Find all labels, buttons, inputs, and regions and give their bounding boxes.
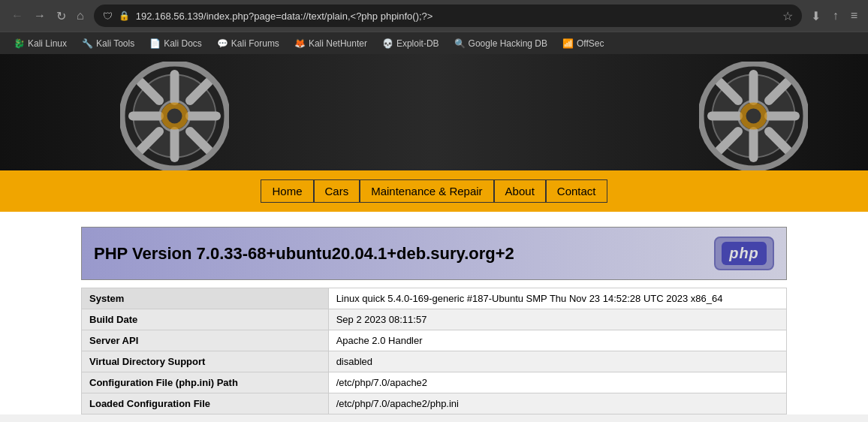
bookmark-label: Kali Tools	[96, 38, 134, 49]
table-value: Linux quick 5.4.0-169-generic #187-Ubunt…	[328, 288, 786, 309]
php-logo-inner: php	[722, 242, 767, 265]
exploit-db-icon: 💀	[382, 38, 393, 49]
table-row: Server API Apache 2.0 Handler	[82, 330, 787, 351]
forward-button[interactable]: →	[30, 8, 50, 25]
table-key: Build Date	[82, 309, 329, 330]
svg-point-12	[167, 109, 182, 124]
wheel-left-image	[120, 62, 229, 170]
bookmark-exploit-db[interactable]: 💀 Exploit-DB	[376, 37, 445, 50]
home-button[interactable]: ⌂	[73, 8, 88, 25]
bookmark-label: Kali Docs	[164, 38, 202, 49]
bookmark-star-button[interactable]: ☆	[782, 9, 793, 23]
offsec-icon: 📶	[562, 38, 574, 49]
bookmark-google-hacking[interactable]: 🔍 Google Hacking DB	[448, 37, 553, 50]
svg-point-26	[746, 109, 761, 124]
nav-maintenance[interactable]: Maintenance & Repair	[360, 179, 493, 203]
table-value: Sep 2 2023 08:11:57	[328, 309, 786, 330]
lock-icon: 🔒	[119, 11, 130, 21]
kali-docs-icon: 📄	[149, 38, 161, 49]
bookmark-label: Google Hacking DB	[469, 38, 547, 49]
browser-toolbar: ← → ↻ ⌂ 🛡 🔒 ☆ ⬇ ↑ ≡	[0, 0, 868, 32]
bookmark-kali-nethunter[interactable]: 🦊 Kali NetHunter	[288, 37, 373, 50]
table-row: Build Date Sep 2 2023 08:11:57	[82, 309, 787, 330]
nav-buttons: ← → ↻ ⌂	[8, 8, 88, 25]
wheel-right-image	[699, 62, 808, 170]
bookmark-kali-linux[interactable]: 🐉 Kali Linux	[8, 37, 73, 50]
bookmark-label: Exploit-DB	[396, 38, 439, 49]
address-bar[interactable]	[136, 11, 776, 22]
nav-bar: Home Cars Maintenance & Repair About Con…	[0, 170, 868, 212]
table-key: Virtual Directory Support	[82, 351, 329, 372]
table-value: disabled	[328, 351, 786, 372]
nav-cars[interactable]: Cars	[314, 179, 360, 203]
bookmark-label: OffSec	[577, 38, 604, 49]
table-key: Configuration File (php.ini) Path	[82, 372, 329, 393]
browser-actions: ⬇ ↑ ≡	[808, 8, 860, 25]
table-row: Loaded Configuration File /etc/php/7.0/a…	[82, 393, 787, 414]
kali-forums-icon: 💬	[217, 38, 228, 49]
table-row: Configuration File (php.ini) Path /etc/p…	[82, 372, 787, 393]
bookmark-label: Kali Forums	[231, 38, 279, 49]
bookmark-kali-tools[interactable]: 🔧 Kali Tools	[76, 37, 140, 50]
shield-icon: 🛡	[103, 11, 113, 22]
bookmark-kali-forums[interactable]: 💬 Kali Forums	[211, 37, 285, 50]
phpinfo-container: PHP Version 7.0.33-68+ubuntu20.04.1+deb.…	[74, 227, 794, 414]
bookmarks-bar: 🐉 Kali Linux 🔧 Kali Tools 📄 Kali Docs 💬 …	[0, 32, 868, 54]
page-content: Home Cars Maintenance & Repair About Con…	[0, 54, 868, 414]
menu-button[interactable]: ≡	[848, 8, 860, 24]
kali-linux-icon: 🐉	[14, 38, 25, 49]
php-header: PHP Version 7.0.33-68+ubuntu20.04.1+deb.…	[81, 227, 787, 280]
table-value: /etc/php/7.0/apache2/php.ini	[328, 393, 786, 414]
bookmark-label: Kali Linux	[28, 38, 67, 49]
table-value: Apache 2.0 Handler	[328, 330, 786, 351]
table-key: Server API	[82, 330, 329, 351]
bookmark-kali-docs[interactable]: 📄 Kali Docs	[143, 37, 208, 50]
table-row: System Linux quick 5.4.0-169-generic #18…	[82, 288, 787, 309]
bookmark-label: Kali NetHunter	[309, 38, 367, 49]
kali-nethunter-icon: 🦊	[294, 38, 306, 49]
table-row: Virtual Directory Support disabled	[82, 351, 787, 372]
reload-button[interactable]: ↻	[53, 8, 70, 25]
php-info-table: System Linux quick 5.4.0-169-generic #18…	[81, 288, 787, 414]
php-version-text: PHP Version 7.0.33-68+ubuntu20.04.1+deb.…	[94, 244, 514, 264]
table-key: Loaded Configuration File	[82, 393, 329, 414]
back-button[interactable]: ←	[8, 8, 27, 25]
hero-banner	[0, 54, 868, 170]
google-hacking-icon: 🔍	[454, 38, 466, 49]
nav-about[interactable]: About	[494, 179, 546, 203]
table-value: /etc/php/7.0/apache2	[328, 372, 786, 393]
bookmark-offsec[interactable]: 📶 OffSec	[556, 37, 610, 50]
address-bar-container: 🛡 🔒 ☆	[94, 5, 802, 27]
nav-contact[interactable]: Contact	[546, 179, 607, 203]
pocket-button[interactable]: ⬇	[808, 8, 824, 25]
profile-button[interactable]: ↑	[830, 8, 842, 24]
table-key: System	[82, 288, 329, 309]
browser-chrome: ← → ↻ ⌂ 🛡 🔒 ☆ ⬇ ↑ ≡ 🐉 Kali Linux 🔧 Kali …	[0, 0, 868, 54]
nav-home[interactable]: Home	[261, 179, 313, 203]
php-logo: php	[714, 237, 774, 270]
kali-tools-icon: 🔧	[82, 38, 93, 49]
